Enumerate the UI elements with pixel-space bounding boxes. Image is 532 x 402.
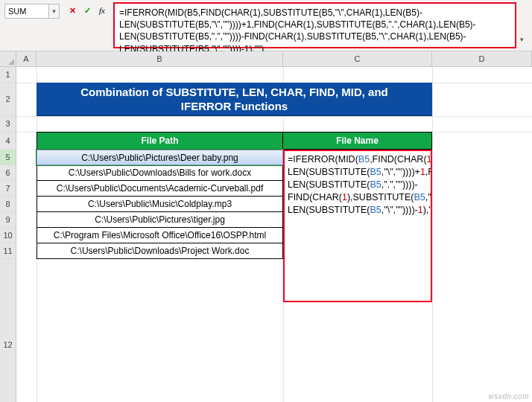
accept-icon[interactable]: ✓ xyxy=(80,4,94,17)
cell-B6[interactable]: C:\Users\Public\Downloads\Bills for work… xyxy=(37,165,283,181)
row-header-4[interactable]: 4 xyxy=(0,132,16,150)
row-header-10[interactable]: 10 xyxy=(0,228,16,243)
name-box[interactable]: SUM xyxy=(4,4,49,19)
row-header-9[interactable]: 9 xyxy=(0,212,16,228)
formula-buttons: ✕ ✓ fx xyxy=(66,4,109,17)
row-header-7[interactable]: 7 xyxy=(0,181,16,197)
table-header-filename: File Name xyxy=(283,132,432,150)
row-header-2[interactable]: 2 xyxy=(0,83,16,116)
col-header-D[interactable]: D xyxy=(432,51,532,66)
row-header-6[interactable]: 6 xyxy=(0,165,16,181)
row-header-3[interactable]: 3 xyxy=(0,116,16,132)
title-banner: Combination of SUBSTITUTE, LEN, CHAR, FI… xyxy=(37,83,432,116)
cancel-icon[interactable]: ✕ xyxy=(66,4,79,17)
table-header-filepath: File Path xyxy=(37,132,283,150)
column-headers: A B C D xyxy=(0,51,532,67)
cell-B11[interactable]: C:\Users\Public\Downloads\Project Work.d… xyxy=(37,243,283,259)
cell-area[interactable]: Combination of SUBSTITUTE, LEN, CHAR, FI… xyxy=(16,67,532,402)
row-headers: 1 2 3 4 5 6 7 8 9 10 11 12 xyxy=(0,67,16,402)
row-header-11[interactable]: 11 xyxy=(0,243,16,259)
cell-C5-editing[interactable]: =IFERROR(MID(B5,FIND(CHAR(1),SUBSTITUTE(… xyxy=(283,150,432,302)
col-header-A[interactable]: A xyxy=(16,51,37,66)
name-box-group: SUM ▼ xyxy=(4,4,60,19)
row-header-5[interactable]: 5 xyxy=(0,150,16,165)
formula-bar-area: SUM ▼ ✕ ✓ fx =IFERROR(MID(B5,FIND(CHAR(1… xyxy=(0,0,532,51)
formula-bar[interactable]: =IFERROR(MID(B5,FIND(CHAR(1),SUBSTITUTE(… xyxy=(113,2,516,48)
col-header-C[interactable]: C xyxy=(283,51,432,66)
name-box-dropdown[interactable]: ▼ xyxy=(49,4,60,19)
watermark: wsxdn.com xyxy=(488,392,529,401)
cell-B10[interactable]: C:\Program Files\Microsoft Office\Office… xyxy=(37,228,283,243)
cell-B9[interactable]: C:\Users\Public\Pictures\tiger.jpg xyxy=(37,212,283,228)
select-all-cell[interactable] xyxy=(0,51,16,66)
formula-bar-expand[interactable]: ▾ xyxy=(516,36,528,43)
row-header-8[interactable]: 8 xyxy=(0,197,16,212)
row-header-1[interactable]: 1 xyxy=(0,67,16,83)
grid-body: 1 2 3 4 5 6 7 8 9 10 11 12 Combination o… xyxy=(0,67,532,402)
row-header-12[interactable]: 12 xyxy=(0,259,16,402)
fx-icon[interactable]: fx xyxy=(95,4,109,17)
cell-B8[interactable]: C:\Users\Public\Music\Coldplay.mp3 xyxy=(37,197,283,212)
cell-B5[interactable]: C:\Users\Public\Pictures\Deer baby.png xyxy=(37,150,283,165)
cell-B7[interactable]: C:\Users\Public\Documents\Academic-Curve… xyxy=(37,181,283,197)
col-header-B[interactable]: B xyxy=(37,51,283,66)
